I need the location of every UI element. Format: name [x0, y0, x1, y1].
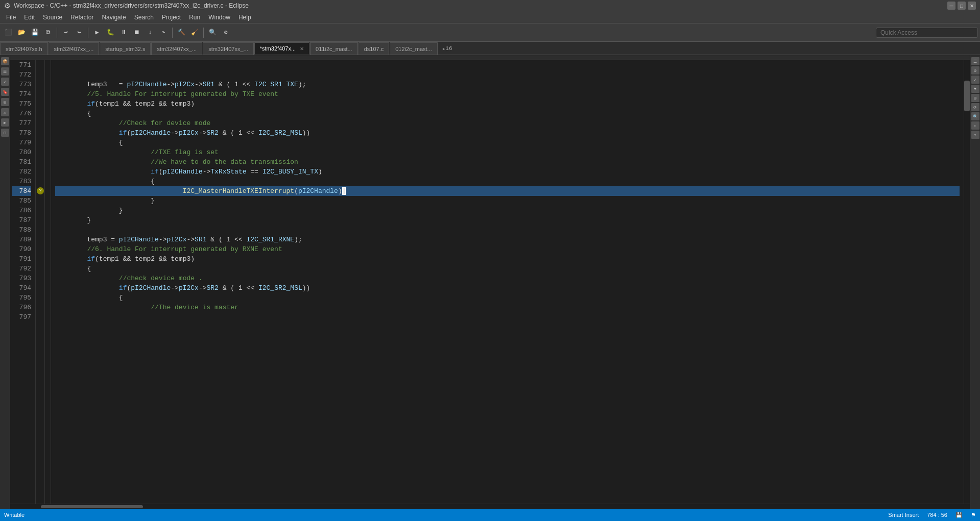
save-button[interactable]: 💾 [29, 27, 41, 39]
undo-button[interactable]: ↩ [60, 27, 72, 39]
code-line-796: //The device is master [55, 303, 960, 312]
stop-button[interactable]: ⏹ [131, 27, 143, 39]
debug-button[interactable]: 🐛 [104, 27, 116, 39]
code-line-784: I2C_MasterHandleTXEInterrupt(pI2CHandle)… [55, 186, 960, 196]
outline-right-icon[interactable]: ☰ [971, 57, 979, 65]
clean-button[interactable]: 🧹 [188, 27, 201, 39]
line-numbers: 771 772 773 774 775 776 777 778 779 780 … [10, 60, 36, 504]
open-button[interactable]: 📂 [15, 27, 28, 39]
package-explorer-icon[interactable]: 📦 [1, 57, 9, 65]
horizontal-scrollbar[interactable] [10, 504, 970, 509]
search-right-icon[interactable]: 🔍 [971, 112, 979, 120]
code-lines-container[interactable]: temp3 = pI2CHandle->pI2Cx->SR1 & ( 1 << … [51, 60, 964, 504]
diff-icon[interactable]: ⊞ [971, 94, 979, 102]
status-task-icon-area[interactable]: ⚑ [971, 512, 976, 518]
history-icon[interactable]: ⟳ [971, 103, 979, 111]
conditional-breakpoint-784[interactable]: ? [37, 187, 44, 194]
tab-0[interactable]: stm32f407xx.h [0, 42, 48, 55]
code-line-783: { [55, 177, 960, 186]
close-button[interactable]: ✕ [968, 2, 976, 10]
code-line-790: //6. Handle For interrupt generated by R… [55, 244, 960, 254]
code-line-795: { [55, 293, 960, 303]
menu-navigate[interactable]: Navigate [98, 13, 130, 22]
tab-label-1: stm32f407xx_... [54, 46, 94, 52]
search-toolbar-button[interactable]: 🔍 [206, 27, 219, 39]
collapse-icon[interactable]: ▾ [971, 131, 979, 139]
minimap-right-icon[interactable]: ▪ [971, 121, 979, 130]
step-over-button[interactable]: ↷ [157, 27, 170, 39]
menu-project[interactable]: Project [158, 13, 185, 22]
status-writable[interactable]: Writable [4, 512, 25, 518]
menu-search[interactable]: Search [130, 13, 158, 22]
run-last-button[interactable]: ▶ [91, 27, 103, 39]
menu-run[interactable]: Run [185, 13, 204, 22]
menu-edit[interactable]: Edit [20, 13, 39, 22]
tab-6[interactable]: 011i2c_mast... [310, 42, 358, 55]
status-insert-mode[interactable]: Smart Insert [888, 512, 919, 518]
tab-label-8: 012i2c_mast... [395, 46, 432, 52]
status-right: Smart Insert 784 : 56 💾 ⚑ [888, 512, 976, 518]
maximize-button[interactable]: □ [958, 2, 966, 10]
hscroll-thumb[interactable] [41, 505, 143, 508]
menu-file[interactable]: File [2, 13, 20, 22]
build-button[interactable]: 🔨 [175, 27, 187, 39]
tab-label-0: stm32f407xx.h [6, 46, 42, 52]
code-editor[interactable]: 771 772 773 774 775 776 777 778 779 780 … [10, 55, 970, 509]
markers-icon[interactable]: ⚑ [971, 85, 979, 93]
tab-2[interactable]: startup_stm32.s [100, 42, 151, 55]
navigate-button[interactable]: ⚙ [220, 27, 232, 39]
quick-access-input[interactable] [876, 28, 978, 38]
status-save-icon-area[interactable]: 💾 [955, 512, 963, 518]
tab-label-6: 011i2c_mast... [316, 46, 352, 52]
properties-icon[interactable]: ⚙ [971, 66, 979, 75]
hierarchy-icon[interactable]: ⊞ [1, 98, 9, 106]
problems-icon[interactable]: ⚠ [1, 108, 9, 116]
fold-gutter [45, 60, 51, 504]
code-line-786: } [55, 206, 960, 215]
redo-button[interactable]: ↪ [73, 27, 85, 39]
app-icon: ⚙ [4, 2, 11, 10]
vscroll-thumb[interactable] [964, 81, 970, 111]
editor-area: 📦 ☰ ✓ 🔖 ⊞ ⚠ ▶ ⊟ 771 772 773 774 775 776 … [0, 55, 980, 509]
tab-3[interactable]: stm32f407xx_... [151, 42, 202, 55]
tab-1[interactable]: stm32f407xx_... [49, 42, 100, 55]
code-line-787: } [55, 215, 960, 225]
minimize-button[interactable]: ─ [947, 2, 955, 10]
tasks-right-icon[interactable]: ✓ [971, 76, 979, 84]
outline-icon[interactable]: ☰ [1, 67, 9, 76]
step-into-button[interactable]: ↓ [144, 27, 156, 39]
tab-4[interactable]: stm32f407xx_... [203, 42, 254, 55]
window-controls[interactable]: ─ □ ✕ [947, 2, 976, 10]
code-line-778: if(pI2CHandle->pI2Cx->SR2 & ( 1 << I2C_S… [55, 128, 960, 138]
tab-7[interactable]: ds107.c [358, 42, 390, 55]
console-icon[interactable]: ▶ [1, 118, 9, 127]
left-panel-icons: 📦 ☰ ✓ 🔖 ⊞ ⚠ ▶ ⊟ [0, 55, 10, 509]
code-line-782: if(pI2CHandle->TxRxState == I2C_BUSY_IN_… [55, 167, 960, 177]
tasks-icon[interactable]: ✓ [1, 78, 9, 86]
pause-button[interactable]: ⏸ [117, 27, 130, 39]
code-line-776: { [55, 109, 960, 118]
minimap-icon[interactable]: ⊟ [1, 129, 9, 137]
menu-source[interactable]: Source [39, 13, 66, 22]
code-line-772 [55, 70, 960, 80]
status-position[interactable]: 784 : 56 [927, 512, 947, 518]
bookmarks-icon[interactable]: 🔖 [1, 88, 9, 96]
new-button[interactable]: ⬛ [2, 27, 14, 39]
right-panel-icons: ☰ ⚙ ✓ ⚑ ⊞ ⟳ 🔍 ▪ ▾ [970, 55, 980, 509]
writable-label: Writable [4, 512, 25, 518]
code-content: 771 772 773 774 775 776 777 778 779 780 … [10, 60, 970, 504]
tab-label-3: stm32f407xx_... [157, 46, 197, 52]
tab-close-5[interactable]: ✕ [300, 46, 304, 52]
tab-8[interactable]: 012i2c_mast... [390, 42, 438, 55]
tab-overflow[interactable]: ▸ 16 [438, 42, 457, 55]
code-line-777: //Check for device mode [55, 118, 960, 128]
title-bar: ⚙ Workspace - C/C++ - stm32f4xx_drivers/… [0, 0, 980, 11]
vertical-scrollbar[interactable] [964, 60, 970, 504]
tab-5-active[interactable]: *stm32f407x... ✕ [254, 42, 309, 55]
save-all-button[interactable]: ⧉ [42, 27, 54, 39]
menu-help[interactable]: Help [234, 13, 255, 22]
menu-refactor[interactable]: Refactor [66, 13, 98, 22]
menu-window[interactable]: Window [204, 13, 234, 22]
code-line-788 [55, 225, 960, 235]
code-line-771 [55, 60, 960, 70]
